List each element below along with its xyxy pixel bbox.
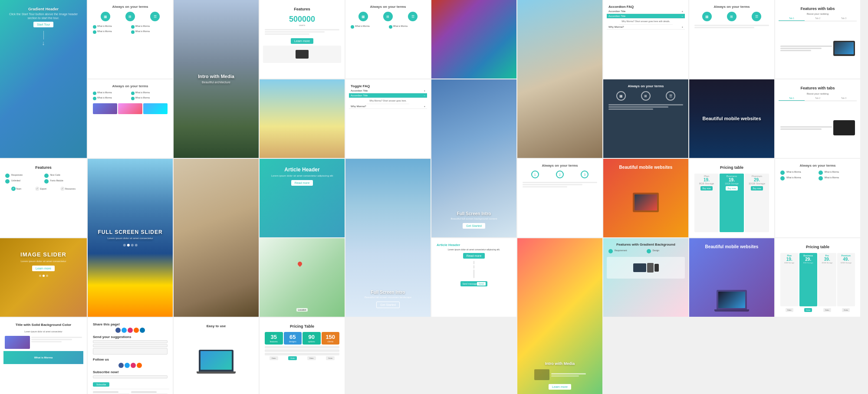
accordion-label-2: Why Morma? [608,26,624,28]
follow-facebook-icon[interactable] [118,363,124,368]
sugg-field-2[interactable] [93,344,168,347]
beautiful-mobile-man-title: Beautiful mobile websites [694,115,770,121]
image-slider-btn[interactable]: Learn more [32,266,55,271]
feature-text-w-2: What is Morma [393,25,408,28]
tab2-3[interactable]: Tab 3 [831,96,857,101]
counter-box-3: 90 options [302,332,321,345]
counter-num-2: 65 [289,334,296,340]
num-circles-row: 1 2 3 [521,169,599,180]
orange-screen [635,194,657,210]
accordion-item-open[interactable]: Accordion Title − [607,14,685,19]
form-field-1[interactable] [473,261,474,264]
p4-btn-1[interactable]: Order [786,308,793,312]
share-rss-icon[interactable] [134,328,139,333]
share-twitter-icon[interactable] [122,328,127,333]
tab2-2[interactable]: Tab 2 [805,96,831,101]
article-form-btn[interactable]: Read more [463,253,485,259]
pt-btn-1[interactable]: Order [270,356,278,360]
tab-3[interactable]: Tab 3 [831,16,857,21]
p4-btn-4[interactable]: Order [842,308,850,312]
plan-2-price: 19. [729,177,735,182]
subscribe-email-field[interactable] [93,375,168,378]
pt-btn-3[interactable]: Order [307,356,316,360]
tabs-row: Tab 1 Tab 2 Tab 3 [779,16,857,21]
feature-dot-2 [131,25,135,29]
share-instagram-icon[interactable] [128,328,133,333]
big-number-label: users [289,24,315,26]
dot-2c-2 [44,174,49,178]
form-textarea[interactable] [473,269,474,278]
share-linkedin-icon[interactable] [140,328,145,333]
feature-dot-w-2 [389,25,392,29]
follow-rss-icon[interactable] [137,363,142,368]
plan-1-btn[interactable]: Buy now [700,186,712,190]
map-location-text: Location [296,308,308,312]
follow-instagram-icon[interactable] [131,363,136,368]
follow-twitter-icon[interactable] [125,363,130,368]
pt-btn-4[interactable]: Order [326,356,335,360]
image-slider-title: IMAGE SLIDER [18,243,69,259]
features-solid-card: Always on your terms What is Morma What … [775,159,860,237]
form-submit-row: Send message Send [460,281,487,286]
form-field-2[interactable] [473,265,474,269]
dot-s-3 [780,176,785,181]
features-grad-grid: Requirement Design [607,247,685,255]
article-header-btn[interactable]: Read more [291,180,313,186]
feat-g-3: What is Morma [93,96,130,100]
plan-2-btn[interactable]: Buy now [726,186,737,190]
accordion-item-1[interactable]: Accordion Title + [607,9,685,14]
plan-3-btn[interactable]: Buy now [751,186,763,190]
pricing-counters-card: Pricing Table 35 features 65 designs 90 … [260,318,345,394]
p4-col-1: Plan 19. 4GB Storage [780,253,799,306]
pricing-4-cols: Plan 19. 4GB Storage Business 29. 8GB St… [779,251,857,308]
slider-dot-3 [131,244,133,246]
accordion-label-1: Accordion Title [608,10,625,13]
features-tabs-2-card: Features with tabs Boost your ranking Ta… [775,79,860,158]
intro-media-colorful-btn[interactable]: Learn more [549,384,571,390]
text-g-4: What is Morma [135,96,150,99]
features-grid-card-2: Always on your terms What is Morma What … [88,79,173,158]
pricing-3-cols: Plan 19. 8GB Storage Buy now Business 19… [693,172,771,234]
sugg-textarea[interactable] [93,348,168,355]
fullscreen-2-btn[interactable]: Get Started [376,302,400,308]
feature-text-2: What is Morma [135,25,150,28]
always-terms-card-1: Always on your terms ▦ ⊞ ☰ What is Morma… [88,0,173,79]
share-title: Share this page! [91,321,169,327]
p4-2-price: 29. [805,257,811,262]
numbered-steps-card: Always on your terms 1 2 3 [517,159,602,237]
plan-col-2: Business 19. 16GB Storage Buy now [720,174,744,232]
footer-col-1 [93,391,129,394]
pt-btn-2[interactable]: Order [288,356,297,360]
share-facebook-icon[interactable] [115,328,121,333]
text-s-2: What is Morma [824,171,839,173]
fullscreen-1-btn[interactable]: Get Started [463,223,485,229]
p4-1-info: 4GB Storage [784,262,794,264]
features-cta-btn[interactable]: Learn more [291,38,313,44]
p4-btn-2[interactable]: Order [804,308,812,312]
toggle-item-open[interactable]: Accordion Title − [349,93,427,98]
form-send-btn[interactable]: Send [477,282,486,286]
tab-1[interactable]: Tab 1 [779,16,805,21]
start-tour-btn-1[interactable]: Start Tour [33,22,53,27]
plan-3-storage: 32GB Storage [749,182,765,185]
toggle-item-2[interactable]: Why Morma? + [349,104,427,109]
tab-2[interactable]: Tab 2 [805,16,831,21]
article-header-title: Article Header [282,163,322,174]
tab2-1[interactable]: Tab 1 [779,96,805,101]
feature-1: What is Morma [93,25,130,29]
icon-2-phone: ☰ [752,12,761,21]
check-icon-3: ✓ [60,187,65,191]
fullscreen-slider-card: FULL SCREEN SLIDER Lorem ipsum dolor sit… [88,159,173,317]
icons-row-white: ▦ ⊞ ☰ [349,10,427,23]
feat-s-4: What is Morma [819,176,855,181]
sugg-field-1[interactable] [93,340,168,343]
subscribe-btn[interactable]: Subscribe [93,382,109,387]
accordion-item-2[interactable]: Why Morma? + [607,25,685,30]
icon-phone: ☰ [150,12,160,21]
feat-s-3: What is Morma [780,176,817,181]
toggle-item-1[interactable]: Accordion Title + [349,89,427,93]
p4-btn-3[interactable]: Order [823,308,831,312]
dot-s-1 [780,171,785,175]
counter-boxes-row: 35 features 65 designs 90 options 150 cl… [263,331,341,346]
icon-w-tablet: ⊞ [383,12,393,21]
